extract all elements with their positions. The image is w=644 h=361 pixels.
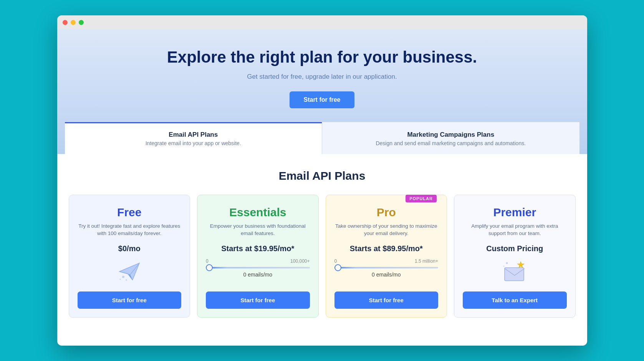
- pro-start-button[interactable]: Start for free: [334, 291, 439, 309]
- tab-email-api-desc: Integrate email into your app or website…: [73, 140, 315, 146]
- pro-slider-max: 1.5 million+: [415, 258, 438, 264]
- pro-slider-container: 0 1.5 million+ 0 emails/mo: [334, 258, 439, 278]
- pro-slider-thumb[interactable]: [334, 264, 341, 271]
- pro-slider-labels: 0 1.5 million+: [334, 258, 439, 264]
- main-content: Email API Plans Free Try it out! Integra…: [57, 154, 587, 329]
- plan-name-essentials: Essentials: [206, 206, 310, 219]
- tab-marketing[interactable]: Marketing Campaigns Plans Design and sen…: [322, 122, 579, 154]
- tab-marketing-title: Marketing Campaigns Plans: [330, 131, 572, 139]
- plans-grid: Free Try it out! Integrate fast and expl…: [69, 195, 576, 318]
- essentials-slider-labels: 0 100,000+: [206, 258, 310, 264]
- svg-point-1: [119, 278, 121, 280]
- section-title: Email API Plans: [69, 169, 576, 182]
- plan-card-premier: Premier Amplify your email program with …: [454, 195, 576, 318]
- custom-pricing-label: Custom Pricing: [463, 244, 567, 253]
- hero-section: Explore the right plan for your business…: [57, 29, 587, 154]
- svg-point-6: [503, 265, 505, 267]
- minimize-dot[interactable]: [71, 20, 76, 25]
- hero-start-free-button[interactable]: Start for free: [290, 91, 354, 108]
- tab-email-api-title: Email API Plans: [73, 131, 315, 139]
- plan-desc-pro: Take ownership of your sending to maximi…: [334, 223, 439, 237]
- svg-rect-3: [505, 268, 524, 281]
- close-dot[interactable]: [63, 20, 68, 25]
- plan-desc-essentials: Empower your business with foundational …: [206, 223, 310, 237]
- essentials-slider-track[interactable]: [206, 267, 310, 268]
- plan-price-free: $0/mo: [78, 244, 182, 253]
- svg-point-5: [506, 262, 508, 264]
- plan-desc-premier: Amplify your email program with extra su…: [463, 223, 567, 237]
- popular-badge: POPULAR: [406, 195, 437, 202]
- plan-name-free: Free: [78, 206, 182, 219]
- plan-card-essentials: Essentials Empower your business with fo…: [197, 195, 319, 318]
- pro-slider-min: 0: [334, 258, 337, 264]
- svg-point-0: [122, 276, 124, 278]
- star-envelope-icon: [463, 260, 567, 286]
- plan-price-essentials: Starts at $19.95/mo*: [206, 244, 310, 253]
- plan-desc-free: Try it out! Integrate fast and explore f…: [78, 223, 182, 237]
- tab-email-api[interactable]: Email API Plans Integrate email into you…: [65, 122, 322, 154]
- plan-name-premier: Premier: [463, 206, 567, 219]
- free-start-button[interactable]: Start for free: [78, 291, 182, 309]
- pro-slider-track[interactable]: [334, 267, 439, 268]
- hero-title: Explore the right plan for your business…: [65, 48, 579, 67]
- hero-subtitle: Get started for free, upgrade later in o…: [65, 73, 579, 81]
- premier-talk-button[interactable]: Talk to an Expert: [463, 291, 567, 309]
- svg-marker-4: [517, 262, 524, 268]
- paper-plane-icon: [78, 260, 182, 286]
- maximize-dot[interactable]: [79, 20, 84, 25]
- plan-tabs: Email API Plans Integrate email into you…: [65, 122, 579, 154]
- plan-price-pro: Starts at $89.95/mo*: [334, 244, 439, 253]
- tab-marketing-desc: Design and send email marketing campaign…: [330, 140, 572, 146]
- essentials-slider-container: 0 100,000+ 0 emails/mo: [206, 258, 310, 278]
- plan-card-pro: POPULAR Pro Take ownership of your sendi…: [326, 195, 447, 318]
- essentials-start-button[interactable]: Start for free: [206, 291, 310, 309]
- plan-name-pro: Pro: [334, 206, 439, 219]
- svg-point-2: [126, 279, 127, 281]
- essentials-slider-value: 0 emails/mo: [206, 272, 310, 278]
- app-window: Explore the right plan for your business…: [57, 15, 587, 346]
- essentials-slider-min: 0: [206, 258, 209, 264]
- pro-slider-value: 0 emails/mo: [334, 272, 439, 278]
- plan-card-free: Free Try it out! Integrate fast and expl…: [69, 195, 190, 318]
- titlebar: [57, 15, 587, 29]
- essentials-slider-thumb[interactable]: [206, 264, 213, 271]
- essentials-slider-max: 100,000+: [290, 258, 310, 264]
